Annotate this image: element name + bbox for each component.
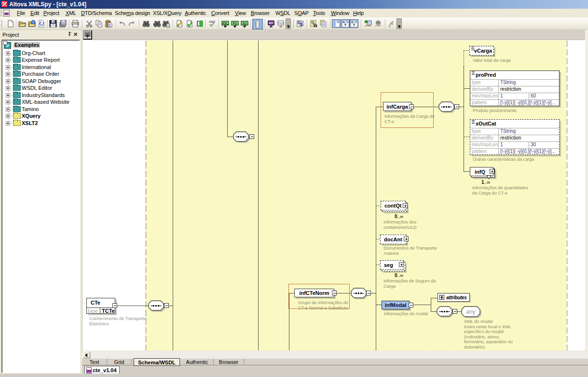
svg-text:XSL: XSL [222, 22, 229, 25]
svg-text:any: any [466, 308, 475, 315]
svg-text:FILE: FILE [278, 22, 284, 25]
svg-text:FO: FO [232, 22, 237, 25]
svg-text:DEF: DEF [269, 22, 273, 25]
svg-text:C: C [352, 21, 354, 24]
svg-text:XQ: XQ [242, 22, 246, 26]
